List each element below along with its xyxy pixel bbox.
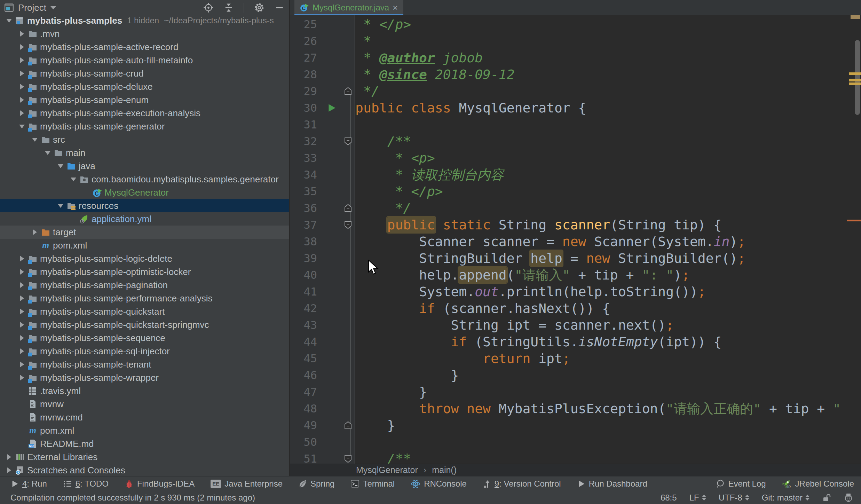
code-line-48[interactable]: 48 throw new MybatisPlusException("请输入正确… xyxy=(290,400,861,417)
code-line-28[interactable]: 28 * @since 2018-09-12 xyxy=(290,66,861,83)
line-number[interactable]: 35 xyxy=(290,185,317,198)
caret-position-widget[interactable]: 68:5 xyxy=(661,493,677,503)
tree-item-mybatis-plus-sample-optimistic-locker[interactable]: mybatis-plus-sample-optimistic-locker xyxy=(0,265,290,278)
code-line-49[interactable]: 49 } xyxy=(290,417,861,434)
code-line-29[interactable]: 29 */ xyxy=(290,83,861,100)
code-line-43[interactable]: 43 String ipt = scanner.next(); xyxy=(290,317,861,333)
tree-item-main[interactable]: main xyxy=(0,146,290,159)
line-number[interactable]: 31 xyxy=(290,118,317,131)
line-number[interactable]: 39 xyxy=(290,252,317,265)
collapse-all-icon[interactable] xyxy=(223,2,234,13)
line-number[interactable]: 27 xyxy=(290,51,317,64)
panel-title[interactable]: Project xyxy=(18,2,46,13)
tree-item-mybatis-plus-sample-crud[interactable]: mybatis-plus-sample-crud xyxy=(0,67,290,80)
chevron-expanded-icon[interactable] xyxy=(56,201,65,210)
toolwindow-button-version-control[interactable]: 9: Version Control xyxy=(483,479,561,489)
code-line-32[interactable]: 32 /** xyxy=(290,133,861,150)
chevron-collapsed-icon[interactable] xyxy=(18,56,27,65)
tree-item-mybatis-plus-sample-active-record[interactable]: mybatis-plus-sample-active-record xyxy=(0,40,290,54)
code-line-37[interactable]: 37 public static String scanner(String t… xyxy=(290,216,861,233)
line-number[interactable]: 29 xyxy=(290,85,317,98)
tree-item-mybatis-plus-sample-deluxe[interactable]: mybatis-plus-sample-deluxe xyxy=(0,80,290,93)
code-line-26[interactable]: 26 * xyxy=(290,33,861,49)
line-number[interactable]: 48 xyxy=(290,402,317,415)
chevron-collapsed-icon[interactable] xyxy=(18,320,27,329)
tree-item-mvnw[interactable]: mvnw xyxy=(0,397,290,411)
stripe-mark-yellow-2[interactable] xyxy=(849,79,861,81)
chevron-collapsed-icon[interactable] xyxy=(5,466,14,475)
chevron-collapsed-icon[interactable] xyxy=(18,29,27,38)
line-number[interactable]: 32 xyxy=(290,135,317,148)
tree-item-mysqlgenerator[interactable]: CMysqlGenerator xyxy=(0,186,290,199)
line-number[interactable]: 45 xyxy=(290,352,317,365)
chevron-collapsed-icon[interactable] xyxy=(18,360,27,369)
toolwindow-button-event-log[interactable]: Event Log xyxy=(716,479,766,489)
line-number[interactable]: 41 xyxy=(290,285,317,298)
code-line-42[interactable]: 42 if (scanner.hasNext()) { xyxy=(290,300,861,317)
chevron-expanded-icon[interactable] xyxy=(69,175,78,184)
breadcrumb-item-main[interactable]: main() xyxy=(432,465,457,475)
code-line-47[interactable]: 47 } xyxy=(290,384,861,400)
line-number[interactable]: 49 xyxy=(290,419,317,432)
tree-item-mybatis-plus-sample-quickstart[interactable]: mybatis-plus-sample-quickstart xyxy=(0,305,290,318)
close-icon[interactable]: × xyxy=(393,3,398,12)
git-branch-widget[interactable]: Git: master xyxy=(762,493,809,503)
code-line-34[interactable]: 34 * 读取控制台内容 xyxy=(290,166,861,183)
line-number[interactable]: 33 xyxy=(290,151,317,165)
line-number[interactable]: 46 xyxy=(290,369,317,382)
chevron-expanded-icon[interactable] xyxy=(18,122,27,131)
code-line-30[interactable]: 30public class MysqlGenerator { xyxy=(290,100,861,116)
breadcrumb-item-mysqlgenerator[interactable]: MysqlGenerator xyxy=(356,465,418,475)
toolwindow-button-terminal[interactable]: Terminal xyxy=(350,479,395,489)
tree-item-pom-xml[interactable]: mpom.xml xyxy=(0,239,290,252)
toolwindow-button-run[interactable]: 4: Run xyxy=(10,479,47,489)
line-separator-widget[interactable]: LF xyxy=(689,493,706,503)
tree-item-mybatis-plus-sample-sql-injector[interactable]: mybatis-plus-sample-sql-injector xyxy=(0,345,290,358)
chevron-collapsed-icon[interactable] xyxy=(18,373,27,382)
toolwindow-button-jrebel-console[interactable]: JRJRebel Console xyxy=(782,479,854,489)
tree-item-mybatis-plus-sample-generator[interactable]: mybatis-plus-sample-generator xyxy=(0,120,290,133)
tree-item-mybatis-plus-samples[interactable]: mybatis-plus-samples1 hidden~/IdeaProjec… xyxy=(0,14,290,27)
chevron-expanded-icon[interactable] xyxy=(56,162,65,171)
line-number[interactable]: 37 xyxy=(290,218,317,231)
hide-panel-icon[interactable] xyxy=(275,3,284,13)
code-editor[interactable]: 25 * </p>26 *27 * @author jobob28 * @sin… xyxy=(290,15,861,464)
tree-item-mybatis-plus-sample-performance-analysis[interactable]: mybatis-plus-sample-performance-analysis xyxy=(0,292,290,305)
chevron-collapsed-icon[interactable] xyxy=(18,109,27,118)
locate-file-icon[interactable] xyxy=(203,2,214,13)
code-line-33[interactable]: 33 * <p> xyxy=(290,150,861,166)
tree-item-src[interactable]: src xyxy=(0,133,290,146)
readonly-toggle[interactable] xyxy=(822,493,831,502)
line-number[interactable]: 42 xyxy=(290,302,317,315)
tree-item-application-yml[interactable]: application.yml xyxy=(0,212,290,226)
tree-item-mybatis-plus-sample-logic-delete[interactable]: mybatis-plus-sample-logic-delete xyxy=(0,252,290,265)
line-number[interactable]: 38 xyxy=(290,235,317,248)
chevron-down-icon[interactable] xyxy=(50,6,56,9)
tree-item-mybatis-plus-sample-execution-analysis[interactable]: mybatis-plus-sample-execution-analysis xyxy=(0,107,290,120)
tree-item-pom-xml[interactable]: mpom.xml xyxy=(0,424,290,437)
chevron-collapsed-icon[interactable] xyxy=(18,254,27,263)
code-line-36[interactable]: 36 */ xyxy=(290,200,861,216)
toolwindow-button-findbugs-idea[interactable]: FindBugs-IDEA xyxy=(125,479,195,489)
line-number[interactable]: 25 xyxy=(290,18,317,31)
chevron-collapsed-icon[interactable] xyxy=(18,307,27,316)
stripe-mark-orange[interactable] xyxy=(847,220,861,221)
tree-item-mybatis-plus-sample-tenant[interactable]: mybatis-plus-sample-tenant xyxy=(0,358,290,371)
tree-item-scratches-and-consoles[interactable]: »Scratches and Consoles xyxy=(0,464,290,476)
tree-item-target[interactable]: target xyxy=(0,226,290,239)
inspections-widget[interactable] xyxy=(844,493,853,503)
line-number[interactable]: 50 xyxy=(290,435,317,449)
tree-item-mybatis-plus-sample-sequence[interactable]: mybatis-plus-sample-sequence xyxy=(0,331,290,345)
line-number[interactable]: 30 xyxy=(290,101,317,115)
chevron-expanded-icon[interactable] xyxy=(44,148,53,157)
tree-item-mybatis-plus-sample-auto-fill-metainfo[interactable]: mybatis-plus-sample-auto-fill-metainfo xyxy=(0,54,290,67)
stripe-mark-yellow-3[interactable] xyxy=(849,82,861,85)
tab-mysqlgenerator[interactable]: C MysqlGenerator.java × xyxy=(294,0,403,15)
tree-item-mybatis-plus-sample-quickstart-springmvc[interactable]: mybatis-plus-sample-quickstart-springmvc xyxy=(0,318,290,331)
line-number[interactable]: 40 xyxy=(290,268,317,282)
chevron-collapsed-icon[interactable] xyxy=(18,347,27,356)
line-number[interactable]: 34 xyxy=(290,168,317,181)
toolwindow-button-todo[interactable]: 6: TODO xyxy=(63,479,109,489)
tree-item-mvn[interactable]: .mvn xyxy=(0,27,290,40)
encoding-widget[interactable]: UTF-8 xyxy=(719,493,749,503)
